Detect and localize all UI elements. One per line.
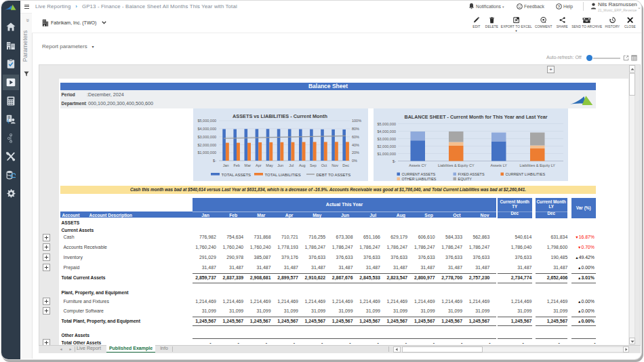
svg-text:Feb: Feb <box>233 163 239 167</box>
svg-text:Aug: Aug <box>299 163 306 167</box>
svg-text:0%: 0% <box>352 159 357 163</box>
svg-text:Nov: Nov <box>331 163 338 167</box>
svg-text:$3,000,000: $3,000,000 <box>197 135 216 139</box>
svg-text:$2,000,000: $2,000,000 <box>377 144 396 148</box>
svg-text:40%: 40% <box>352 143 359 147</box>
svg-text:$5,000,000: $5,000,000 <box>377 122 396 126</box>
svg-text:TOTAL LIABILITIES: TOTAL LIABILITIES <box>265 173 301 177</box>
svg-text:OTHER LIABILITIES: OTHER LIABILITIES <box>401 177 436 181</box>
svg-text:$2,000,000: $2,000,000 <box>197 143 216 147</box>
svg-text:Mar: Mar <box>245 163 251 167</box>
svg-text:CURRENT ASSETS: CURRENT ASSETS <box>401 172 435 176</box>
svg-text:Jan: Jan <box>223 163 229 167</box>
svg-text:Liabilities & Equity CY: Liabilities & Equity CY <box>437 163 474 167</box>
svg-text:Jul: Jul <box>289 163 294 167</box>
svg-text:$1,000,000: $1,000,000 <box>377 152 396 156</box>
svg-text:DEBT TO ASSETS: DEBT TO ASSETS <box>317 173 351 177</box>
svg-text:Jun: Jun <box>277 163 283 167</box>
svg-text:$4,000,000: $4,000,000 <box>197 127 216 131</box>
svg-text:Liabilities & Equity LY: Liabilities & Equity LY <box>519 163 555 167</box>
svg-text:$-: $- <box>393 159 396 163</box>
svg-text:100%: 100% <box>352 119 361 123</box>
svg-text:$5,000,000: $5,000,000 <box>197 119 216 123</box>
svg-text:CURRENT LIABILITIES: CURRENT LIABILITIES <box>505 172 545 176</box>
svg-text:?: ? <box>558 4 561 8</box>
svg-text:Dec: Dec <box>342 163 349 167</box>
svg-text:20%: 20% <box>352 150 359 155</box>
svg-text:80%: 80% <box>352 127 359 131</box>
svg-text:ASSETS vs LIABILITIES - Curren: ASSETS vs LIABILITIES - Current Month <box>233 113 327 119</box>
svg-text:Assets CY: Assets CY <box>409 163 426 167</box>
svg-text:Assets LY: Assets LY <box>490 163 507 167</box>
svg-text:$1,000,000: $1,000,000 <box>197 150 216 155</box>
svg-text:EQUITY: EQUITY <box>458 177 472 181</box>
svg-text:Apr: Apr <box>256 163 262 167</box>
svg-text:$3,000,000: $3,000,000 <box>377 137 396 141</box>
svg-text:Sep: Sep <box>310 163 317 167</box>
svg-text:TOTAL ASSETS: TOTAL ASSETS <box>222 173 251 177</box>
svg-text:$4,000,000: $4,000,000 <box>377 129 396 134</box>
svg-text:BALANCE SHEET - Current Month: BALANCE SHEET - Current Month for This Y… <box>404 114 547 120</box>
svg-text:May: May <box>266 163 273 167</box>
svg-text:Oct: Oct <box>321 163 327 167</box>
svg-text:$-: $- <box>213 159 216 163</box>
svg-text:FIXED ASSETS: FIXED ASSETS <box>458 172 484 176</box>
svg-text:60%: 60% <box>352 135 359 139</box>
